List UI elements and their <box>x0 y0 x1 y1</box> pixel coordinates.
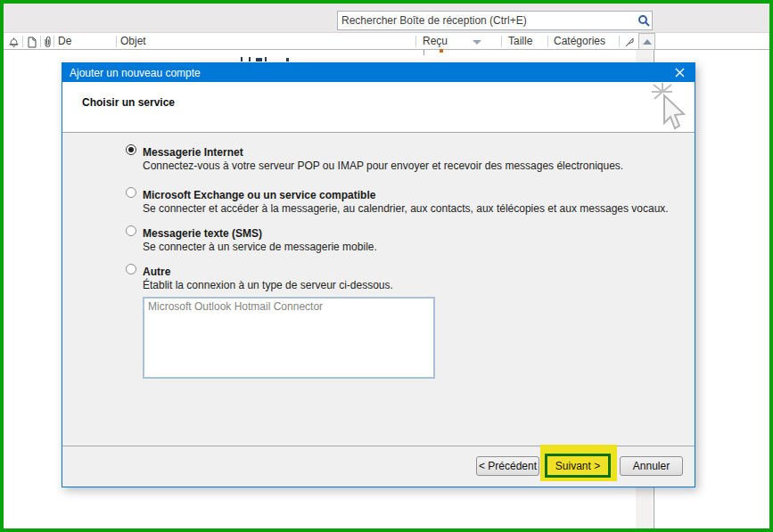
radio-icon[interactable] <box>126 187 136 198</box>
reminder-bell-icon[interactable] <box>8 36 20 52</box>
column-separator <box>415 36 416 47</box>
column-separator <box>22 36 23 47</box>
column-separator <box>116 36 117 47</box>
sort-descending-icon[interactable] <box>473 40 481 45</box>
column-separator <box>501 36 502 47</box>
column-separator <box>40 36 41 47</box>
scroll-up-icon <box>643 39 652 45</box>
column-separator <box>547 36 548 47</box>
option-autre[interactable]: Autre Établit la connexion à un type de … <box>126 263 170 279</box>
attachment-icon[interactable] <box>43 36 53 52</box>
option-description: Connectez-vous à votre serveur POP ou IM… <box>143 160 623 172</box>
option-description: Se connecter à un service de messagerie … <box>143 241 377 253</box>
close-icon <box>675 68 685 78</box>
radio-selected-icon[interactable] <box>126 144 136 155</box>
flag-icon[interactable] <box>624 36 636 52</box>
search-input[interactable] <box>338 14 636 27</box>
other-service-listbox[interactable]: Microsoft Outlook Hotmail Connector <box>143 297 435 379</box>
dialog-title-bar[interactable]: Ajouter un nouveau compte <box>62 63 695 82</box>
column-categories[interactable]: Catégories <box>554 35 605 47</box>
option-description: Se connecter et accéder à la messagerie,… <box>143 202 669 215</box>
dialog-header-band: Choisir un service <box>62 82 695 133</box>
option-microsoft-exchange[interactable]: Microsoft Exchange ou un service compati… <box>126 186 375 202</box>
option-messagerie-texte-sms[interactable]: Messagerie texte (SMS) Se connecter à un… <box>126 225 262 241</box>
dialog-title: Ajouter un nouveau compte <box>62 67 201 79</box>
column-de[interactable]: De <box>58 35 71 47</box>
option-label: Autre <box>143 266 170 278</box>
listbox-item-hotmail-connector[interactable]: Microsoft Outlook Hotmail Connector <box>144 299 433 315</box>
message-list-column-header: De Objet Reçu Taille Catégories <box>4 32 769 50</box>
screenshot-root: De Objet Reçu Taille Catégories <box>0 0 773 532</box>
column-objet[interactable]: Objet <box>120 35 146 47</box>
column-separator <box>619 36 620 47</box>
search-icon[interactable] <box>636 13 652 28</box>
option-label: Messagerie texte (SMS) <box>143 227 262 240</box>
next-button[interactable]: Suivant > <box>545 454 611 478</box>
dialog-heading: Choisir un service <box>82 96 175 109</box>
column-recu[interactable]: Reçu <box>423 35 448 47</box>
column-separator <box>53 36 54 47</box>
search-input-container[interactable] <box>337 11 653 30</box>
column-taille[interactable]: Taille <box>508 35 532 47</box>
add-account-dialog: Ajouter un nouveau compte Choisir un ser… <box>62 62 695 487</box>
cancel-button[interactable]: Annuler <box>620 456 683 476</box>
option-messagerie-internet[interactable]: Messagerie Internet Connectez-vous à vot… <box>126 143 243 160</box>
radio-icon[interactable] <box>126 225 136 236</box>
option-label: Messagerie Internet <box>143 146 243 159</box>
close-button[interactable] <box>668 63 691 82</box>
item-type-icon[interactable] <box>27 36 37 52</box>
previous-button[interactable]: < Précédent <box>476 456 539 476</box>
radio-icon[interactable] <box>126 264 136 274</box>
sparkle-cursor-icon <box>649 81 688 138</box>
option-label: Microsoft Exchange ou un service compati… <box>143 189 375 201</box>
scroll-up-button[interactable] <box>638 33 655 50</box>
option-description: Établit la connexion à un type de serveu… <box>143 279 393 291</box>
